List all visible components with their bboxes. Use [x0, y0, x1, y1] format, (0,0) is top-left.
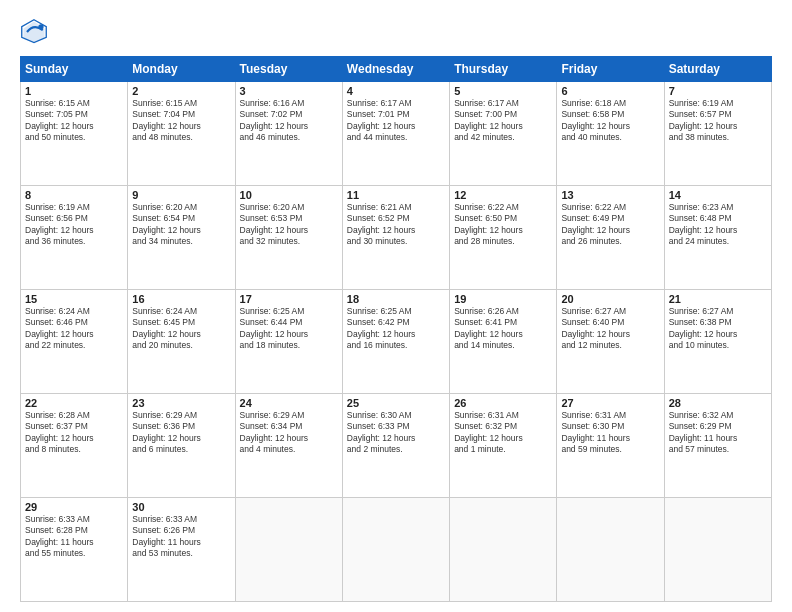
day-info: Sunrise: 6:30 AM Sunset: 6:33 PM Dayligh…	[347, 410, 445, 456]
day-number: 30	[132, 501, 230, 513]
calendar-day-13: 13Sunrise: 6:22 AM Sunset: 6:49 PM Dayli…	[557, 186, 664, 290]
day-number: 7	[669, 85, 767, 97]
col-header-monday: Monday	[128, 57, 235, 82]
day-info: Sunrise: 6:17 AM Sunset: 7:01 PM Dayligh…	[347, 98, 445, 144]
calendar-day-24: 24Sunrise: 6:29 AM Sunset: 6:34 PM Dayli…	[235, 394, 342, 498]
calendar-day-empty	[342, 498, 449, 602]
day-number: 1	[25, 85, 123, 97]
day-info: Sunrise: 6:17 AM Sunset: 7:00 PM Dayligh…	[454, 98, 552, 144]
day-number: 15	[25, 293, 123, 305]
calendar-day-8: 8Sunrise: 6:19 AM Sunset: 6:56 PM Daylig…	[21, 186, 128, 290]
calendar-week-4: 22Sunrise: 6:28 AM Sunset: 6:37 PM Dayli…	[21, 394, 772, 498]
svg-point-2	[38, 24, 43, 29]
day-info: Sunrise: 6:25 AM Sunset: 6:42 PM Dayligh…	[347, 306, 445, 352]
day-info: Sunrise: 6:16 AM Sunset: 7:02 PM Dayligh…	[240, 98, 338, 144]
day-info: Sunrise: 6:19 AM Sunset: 6:56 PM Dayligh…	[25, 202, 123, 248]
day-info: Sunrise: 6:19 AM Sunset: 6:57 PM Dayligh…	[669, 98, 767, 144]
col-header-tuesday: Tuesday	[235, 57, 342, 82]
day-number: 3	[240, 85, 338, 97]
calendar-day-17: 17Sunrise: 6:25 AM Sunset: 6:44 PM Dayli…	[235, 290, 342, 394]
day-number: 22	[25, 397, 123, 409]
day-info: Sunrise: 6:31 AM Sunset: 6:30 PM Dayligh…	[561, 410, 659, 456]
calendar-day-20: 20Sunrise: 6:27 AM Sunset: 6:40 PM Dayli…	[557, 290, 664, 394]
day-info: Sunrise: 6:20 AM Sunset: 6:53 PM Dayligh…	[240, 202, 338, 248]
day-info: Sunrise: 6:27 AM Sunset: 6:40 PM Dayligh…	[561, 306, 659, 352]
day-number: 6	[561, 85, 659, 97]
calendar-day-11: 11Sunrise: 6:21 AM Sunset: 6:52 PM Dayli…	[342, 186, 449, 290]
calendar-day-26: 26Sunrise: 6:31 AM Sunset: 6:32 PM Dayli…	[450, 394, 557, 498]
day-info: Sunrise: 6:27 AM Sunset: 6:38 PM Dayligh…	[669, 306, 767, 352]
calendar-week-3: 15Sunrise: 6:24 AM Sunset: 6:46 PM Dayli…	[21, 290, 772, 394]
day-number: 24	[240, 397, 338, 409]
col-header-friday: Friday	[557, 57, 664, 82]
day-number: 13	[561, 189, 659, 201]
day-info: Sunrise: 6:15 AM Sunset: 7:05 PM Dayligh…	[25, 98, 123, 144]
calendar-day-3: 3Sunrise: 6:16 AM Sunset: 7:02 PM Daylig…	[235, 82, 342, 186]
day-info: Sunrise: 6:22 AM Sunset: 6:49 PM Dayligh…	[561, 202, 659, 248]
day-info: Sunrise: 6:24 AM Sunset: 6:45 PM Dayligh…	[132, 306, 230, 352]
calendar-day-7: 7Sunrise: 6:19 AM Sunset: 6:57 PM Daylig…	[664, 82, 771, 186]
calendar-day-2: 2Sunrise: 6:15 AM Sunset: 7:04 PM Daylig…	[128, 82, 235, 186]
col-header-saturday: Saturday	[664, 57, 771, 82]
day-number: 19	[454, 293, 552, 305]
day-info: Sunrise: 6:33 AM Sunset: 6:28 PM Dayligh…	[25, 514, 123, 560]
day-info: Sunrise: 6:28 AM Sunset: 6:37 PM Dayligh…	[25, 410, 123, 456]
calendar-day-30: 30Sunrise: 6:33 AM Sunset: 6:26 PM Dayli…	[128, 498, 235, 602]
day-info: Sunrise: 6:22 AM Sunset: 6:50 PM Dayligh…	[454, 202, 552, 248]
day-info: Sunrise: 6:33 AM Sunset: 6:26 PM Dayligh…	[132, 514, 230, 560]
calendar-day-4: 4Sunrise: 6:17 AM Sunset: 7:01 PM Daylig…	[342, 82, 449, 186]
day-info: Sunrise: 6:15 AM Sunset: 7:04 PM Dayligh…	[132, 98, 230, 144]
col-header-thursday: Thursday	[450, 57, 557, 82]
calendar-day-19: 19Sunrise: 6:26 AM Sunset: 6:41 PM Dayli…	[450, 290, 557, 394]
day-number: 11	[347, 189, 445, 201]
calendar-day-18: 18Sunrise: 6:25 AM Sunset: 6:42 PM Dayli…	[342, 290, 449, 394]
calendar-day-5: 5Sunrise: 6:17 AM Sunset: 7:00 PM Daylig…	[450, 82, 557, 186]
day-number: 9	[132, 189, 230, 201]
col-header-wednesday: Wednesday	[342, 57, 449, 82]
calendar-day-29: 29Sunrise: 6:33 AM Sunset: 6:28 PM Dayli…	[21, 498, 128, 602]
calendar-day-9: 9Sunrise: 6:20 AM Sunset: 6:54 PM Daylig…	[128, 186, 235, 290]
calendar-week-5: 29Sunrise: 6:33 AM Sunset: 6:28 PM Dayli…	[21, 498, 772, 602]
calendar-day-empty	[235, 498, 342, 602]
calendar-day-28: 28Sunrise: 6:32 AM Sunset: 6:29 PM Dayli…	[664, 394, 771, 498]
day-number: 21	[669, 293, 767, 305]
calendar-day-1: 1Sunrise: 6:15 AM Sunset: 7:05 PM Daylig…	[21, 82, 128, 186]
day-info: Sunrise: 6:26 AM Sunset: 6:41 PM Dayligh…	[454, 306, 552, 352]
day-number: 23	[132, 397, 230, 409]
col-header-sunday: Sunday	[21, 57, 128, 82]
day-info: Sunrise: 6:29 AM Sunset: 6:36 PM Dayligh…	[132, 410, 230, 456]
calendar-day-22: 22Sunrise: 6:28 AM Sunset: 6:37 PM Dayli…	[21, 394, 128, 498]
day-info: Sunrise: 6:29 AM Sunset: 6:34 PM Dayligh…	[240, 410, 338, 456]
calendar-header-row: SundayMondayTuesdayWednesdayThursdayFrid…	[21, 57, 772, 82]
day-info: Sunrise: 6:25 AM Sunset: 6:44 PM Dayligh…	[240, 306, 338, 352]
day-number: 12	[454, 189, 552, 201]
logo-icon	[20, 18, 48, 46]
day-number: 17	[240, 293, 338, 305]
calendar-table: SundayMondayTuesdayWednesdayThursdayFrid…	[20, 56, 772, 602]
day-number: 27	[561, 397, 659, 409]
day-number: 5	[454, 85, 552, 97]
calendar-day-empty	[557, 498, 664, 602]
calendar-day-6: 6Sunrise: 6:18 AM Sunset: 6:58 PM Daylig…	[557, 82, 664, 186]
calendar-day-12: 12Sunrise: 6:22 AM Sunset: 6:50 PM Dayli…	[450, 186, 557, 290]
calendar-day-empty	[450, 498, 557, 602]
calendar-week-2: 8Sunrise: 6:19 AM Sunset: 6:56 PM Daylig…	[21, 186, 772, 290]
logo	[20, 18, 52, 46]
calendar-day-16: 16Sunrise: 6:24 AM Sunset: 6:45 PM Dayli…	[128, 290, 235, 394]
calendar-day-10: 10Sunrise: 6:20 AM Sunset: 6:53 PM Dayli…	[235, 186, 342, 290]
day-number: 28	[669, 397, 767, 409]
day-number: 29	[25, 501, 123, 513]
day-info: Sunrise: 6:32 AM Sunset: 6:29 PM Dayligh…	[669, 410, 767, 456]
calendar-day-14: 14Sunrise: 6:23 AM Sunset: 6:48 PM Dayli…	[664, 186, 771, 290]
calendar-day-empty	[664, 498, 771, 602]
day-number: 4	[347, 85, 445, 97]
day-info: Sunrise: 6:20 AM Sunset: 6:54 PM Dayligh…	[132, 202, 230, 248]
day-info: Sunrise: 6:21 AM Sunset: 6:52 PM Dayligh…	[347, 202, 445, 248]
day-number: 14	[669, 189, 767, 201]
day-number: 8	[25, 189, 123, 201]
day-info: Sunrise: 6:24 AM Sunset: 6:46 PM Dayligh…	[25, 306, 123, 352]
day-number: 20	[561, 293, 659, 305]
calendar-day-27: 27Sunrise: 6:31 AM Sunset: 6:30 PM Dayli…	[557, 394, 664, 498]
day-info: Sunrise: 6:23 AM Sunset: 6:48 PM Dayligh…	[669, 202, 767, 248]
day-number: 16	[132, 293, 230, 305]
